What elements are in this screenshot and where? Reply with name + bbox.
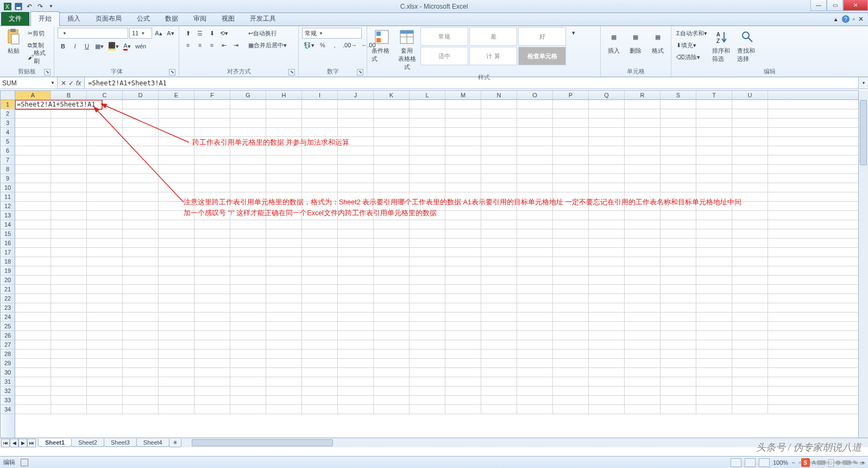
name-box[interactable]: SUM▼ xyxy=(0,77,58,89)
cell[interactable] xyxy=(123,137,159,146)
cell[interactable] xyxy=(553,128,589,136)
cell[interactable] xyxy=(338,248,374,257)
cell[interactable] xyxy=(517,174,553,183)
cell[interactable] xyxy=(481,303,517,312)
cell[interactable] xyxy=(661,386,696,395)
cell[interactable] xyxy=(732,174,768,183)
cell[interactable] xyxy=(481,248,517,257)
cell[interactable] xyxy=(732,109,768,118)
cell[interactable] xyxy=(194,118,230,127)
cell[interactable] xyxy=(266,359,302,367)
cell[interactable] xyxy=(374,220,410,229)
cell[interactable] xyxy=(302,239,338,247)
row-header[interactable]: 17 xyxy=(1,248,15,257)
cell[interactable] xyxy=(661,303,696,312)
cell[interactable] xyxy=(481,322,517,330)
row-header[interactable]: 33 xyxy=(1,396,15,405)
cell[interactable] xyxy=(194,285,230,294)
cell[interactable] xyxy=(302,118,338,127)
cell[interactable] xyxy=(589,276,625,284)
cell[interactable] xyxy=(194,396,230,404)
cell[interactable] xyxy=(517,128,553,136)
cell[interactable] xyxy=(625,220,661,229)
cell[interactable] xyxy=(194,350,230,358)
cell[interactable] xyxy=(732,322,768,330)
cell[interactable] xyxy=(194,174,230,183)
cell[interactable] xyxy=(51,192,87,201)
indent-increase-button[interactable]: ⇥ xyxy=(230,40,241,51)
cell[interactable] xyxy=(374,109,410,118)
cell[interactable] xyxy=(266,183,302,192)
cell[interactable] xyxy=(123,100,159,109)
cell[interactable] xyxy=(159,192,194,201)
align-bottom-button[interactable]: ⬇ xyxy=(206,28,217,39)
cell[interactable] xyxy=(481,137,517,146)
cell[interactable] xyxy=(589,202,625,210)
cell[interactable] xyxy=(481,266,517,275)
cell[interactable] xyxy=(194,368,230,377)
cell[interactable] xyxy=(661,405,696,414)
cell[interactable] xyxy=(445,257,481,266)
cell[interactable] xyxy=(732,100,768,109)
cell[interactable] xyxy=(302,229,338,238)
cell[interactable] xyxy=(194,165,230,173)
cell[interactable] xyxy=(661,165,696,173)
cell[interactable] xyxy=(661,211,696,220)
cell[interactable] xyxy=(87,229,123,238)
cell[interactable] xyxy=(338,202,374,210)
cell[interactable] xyxy=(374,146,410,155)
find-select-button[interactable]: 查找和选择 xyxy=(736,27,759,64)
sheet-nav-next-button[interactable]: ▶ xyxy=(18,439,27,447)
align-middle-button[interactable]: ☰ xyxy=(194,28,205,39)
cell[interactable] xyxy=(230,313,266,321)
style-calc[interactable]: 计 算 xyxy=(469,47,517,65)
cell[interactable] xyxy=(589,294,625,303)
cell[interactable] xyxy=(445,248,481,257)
cell[interactable] xyxy=(51,359,87,367)
cell[interactable] xyxy=(410,174,445,183)
redo-icon[interactable]: ↷ xyxy=(36,2,45,11)
cell[interactable] xyxy=(661,183,696,192)
cell[interactable] xyxy=(159,368,194,377)
cell[interactable] xyxy=(87,322,123,330)
cell[interactable] xyxy=(15,239,51,247)
cell[interactable] xyxy=(123,405,159,414)
cell[interactable] xyxy=(123,109,159,118)
dialog-launcher-icon[interactable]: ⬊ xyxy=(44,69,51,76)
cell[interactable] xyxy=(481,128,517,136)
cell[interactable] xyxy=(589,100,625,109)
cell[interactable] xyxy=(230,128,266,136)
cell[interactable] xyxy=(481,100,517,109)
cell[interactable] xyxy=(123,183,159,192)
cell[interactable] xyxy=(553,396,589,404)
style-bad[interactable]: 差 xyxy=(469,27,517,46)
cell[interactable] xyxy=(589,239,625,247)
cell[interactable] xyxy=(517,313,553,321)
page-layout-view-button[interactable] xyxy=(745,458,756,467)
column-header[interactable]: K xyxy=(374,91,410,99)
cell[interactable] xyxy=(338,192,374,201)
cell[interactable] xyxy=(338,155,374,164)
cell[interactable] xyxy=(302,396,338,404)
cell[interactable] xyxy=(589,340,625,349)
cell[interactable] xyxy=(553,248,589,257)
cell[interactable] xyxy=(159,285,194,294)
cell[interactable] xyxy=(517,359,553,367)
cell[interactable] xyxy=(15,128,51,136)
cell[interactable] xyxy=(302,192,338,201)
cell[interactable] xyxy=(553,294,589,303)
cell[interactable] xyxy=(696,239,732,247)
cell[interactable] xyxy=(445,350,481,358)
cell[interactable] xyxy=(230,285,266,294)
cell[interactable] xyxy=(661,202,696,210)
sheet-nav-last-button[interactable]: ⏭ xyxy=(27,439,36,447)
cell[interactable] xyxy=(374,248,410,257)
cell[interactable] xyxy=(661,174,696,183)
cell[interactable] xyxy=(410,202,445,210)
cell[interactable] xyxy=(696,192,732,201)
cell[interactable] xyxy=(517,183,553,192)
cell[interactable] xyxy=(15,266,51,275)
cell[interactable] xyxy=(230,331,266,340)
cell[interactable] xyxy=(123,266,159,275)
cell[interactable] xyxy=(625,313,661,321)
